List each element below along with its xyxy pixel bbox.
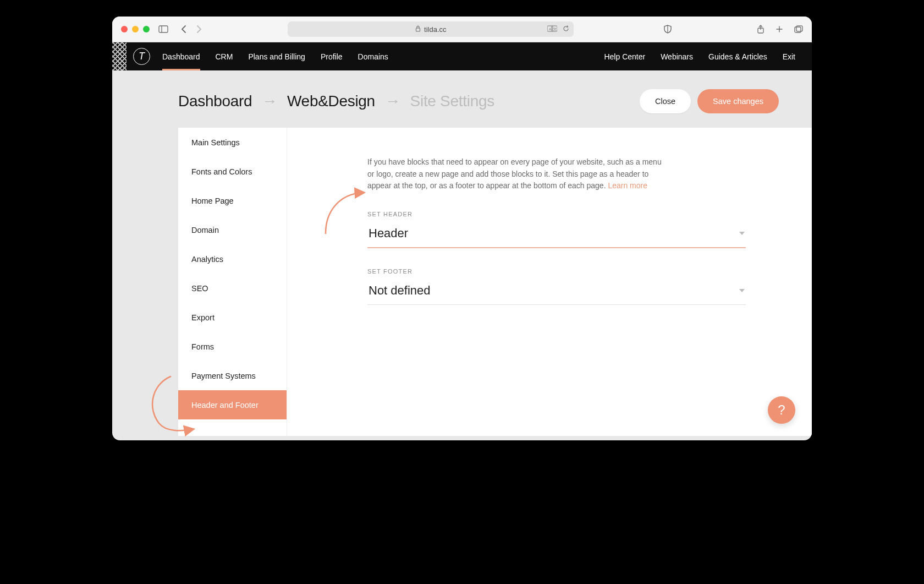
learn-more-link[interactable]: Learn more bbox=[608, 181, 647, 190]
window-close-icon[interactable] bbox=[121, 26, 128, 32]
tabs-overview-icon[interactable] bbox=[794, 25, 803, 34]
crumb-separator: → bbox=[262, 92, 277, 110]
sidebar-item-home-page[interactable]: Home Page bbox=[178, 186, 287, 215]
svg-rect-0 bbox=[159, 26, 168, 32]
tilda-logo[interactable]: T bbox=[133, 48, 150, 65]
svg-rect-12 bbox=[795, 27, 801, 32]
select-footer[interactable]: Not defined bbox=[367, 280, 746, 305]
new-tab-icon[interactable] bbox=[776, 25, 783, 34]
nav-dashboard[interactable]: Dashboard bbox=[162, 52, 200, 61]
window-controls bbox=[121, 26, 150, 32]
settings-content: If you have blocks that need to appear o… bbox=[287, 128, 812, 436]
topband: Dashboard → Web&Design → Site Settings C… bbox=[112, 70, 812, 128]
crumb-dashboard[interactable]: Dashboard bbox=[178, 92, 252, 110]
svg-rect-13 bbox=[796, 26, 802, 31]
primary-nav: Dashboard CRM Plans and Billing Profile … bbox=[162, 52, 388, 61]
nav-plans[interactable]: Plans and Billing bbox=[248, 52, 305, 61]
urlbar-right-icons: A文 bbox=[547, 25, 569, 34]
nav-guides[interactable]: Guides & Articles bbox=[708, 52, 767, 61]
translate-icon[interactable]: A文 bbox=[547, 25, 557, 34]
nav-help-center[interactable]: Help Center bbox=[604, 52, 645, 61]
nav-webinars[interactable]: Webinars bbox=[661, 52, 693, 61]
sidebar-item-analytics[interactable]: Analytics bbox=[178, 244, 287, 274]
sidebar-toggle-icon[interactable] bbox=[158, 25, 168, 33]
crumb-current: Site Settings bbox=[410, 92, 494, 110]
sidebar-item-main-settings[interactable]: Main Settings bbox=[178, 128, 287, 157]
crumb-project[interactable]: Web&Design bbox=[287, 92, 375, 110]
field-label-header: SET HEADER bbox=[367, 211, 746, 217]
help-icon: ? bbox=[778, 402, 785, 418]
url-host: tilda.cc bbox=[424, 25, 446, 34]
nav-exit[interactable]: Exit bbox=[783, 52, 795, 61]
shield-icon[interactable] bbox=[664, 25, 672, 34]
nav-arrows bbox=[180, 25, 202, 34]
sidebar-item-export[interactable]: Export bbox=[178, 303, 287, 332]
nav-domains[interactable]: Domains bbox=[358, 52, 388, 61]
help-button[interactable]: ? bbox=[768, 396, 795, 424]
select-header-value: Header bbox=[369, 226, 408, 241]
chevron-down-icon bbox=[739, 232, 745, 235]
back-icon[interactable] bbox=[180, 25, 186, 34]
svg-rect-2 bbox=[416, 28, 420, 31]
breadcrumb: Dashboard → Web&Design → Site Settings bbox=[178, 92, 494, 110]
url-bar[interactable]: tilda.cc A文 bbox=[288, 21, 574, 37]
share-icon[interactable] bbox=[757, 25, 765, 34]
sidebar-item-payment-systems[interactable]: Payment Systems bbox=[178, 361, 287, 390]
sidebar-item-fonts-colors[interactable]: Fonts and Colors bbox=[178, 157, 287, 186]
chevron-down-icon bbox=[739, 289, 745, 292]
window-zoom-icon[interactable] bbox=[143, 26, 150, 32]
field-label-footer: SET FOOTER bbox=[367, 268, 746, 275]
decorative-zigzag bbox=[112, 42, 127, 70]
select-header[interactable]: Header bbox=[367, 223, 746, 248]
sidebar-item-domain[interactable]: Domain bbox=[178, 215, 287, 244]
secondary-nav: Help Center Webinars Guides & Articles E… bbox=[604, 52, 795, 61]
page-actions: Close Save changes bbox=[640, 89, 779, 113]
annotation-arrow-icon bbox=[320, 189, 370, 241]
crumb-separator: → bbox=[385, 92, 400, 110]
window-minimize-icon[interactable] bbox=[132, 26, 139, 32]
sidebar-item-header-footer[interactable]: Header and Footer bbox=[178, 390, 287, 419]
select-footer-value: Not defined bbox=[369, 283, 431, 298]
nav-crm[interactable]: CRM bbox=[216, 52, 233, 61]
forward-icon[interactable] bbox=[196, 25, 202, 34]
toolbar-right bbox=[757, 25, 803, 34]
logo-letter: T bbox=[139, 51, 145, 62]
svg-text:文: 文 bbox=[553, 27, 557, 31]
lock-icon bbox=[415, 25, 421, 34]
close-button[interactable]: Close bbox=[640, 89, 691, 113]
reload-icon[interactable] bbox=[563, 25, 569, 34]
app-header: T Dashboard CRM Plans and Billing Profil… bbox=[112, 42, 812, 70]
browser-window: tilda.cc A文 bbox=[112, 17, 812, 440]
save-button[interactable]: Save changes bbox=[697, 89, 779, 113]
nav-profile[interactable]: Profile bbox=[321, 52, 343, 61]
sidebar-item-seo[interactable]: SEO bbox=[178, 274, 287, 303]
browser-toolbar: tilda.cc A文 bbox=[112, 17, 812, 42]
svg-text:A: A bbox=[549, 27, 552, 31]
settings-sidebar: Main Settings Fonts and Colors Home Page… bbox=[178, 128, 287, 436]
section-description: If you have blocks that need to appear o… bbox=[367, 156, 664, 192]
sidebar-item-forms[interactable]: Forms bbox=[178, 332, 287, 361]
settings-panels: Main Settings Fonts and Colors Home Page… bbox=[112, 128, 812, 436]
